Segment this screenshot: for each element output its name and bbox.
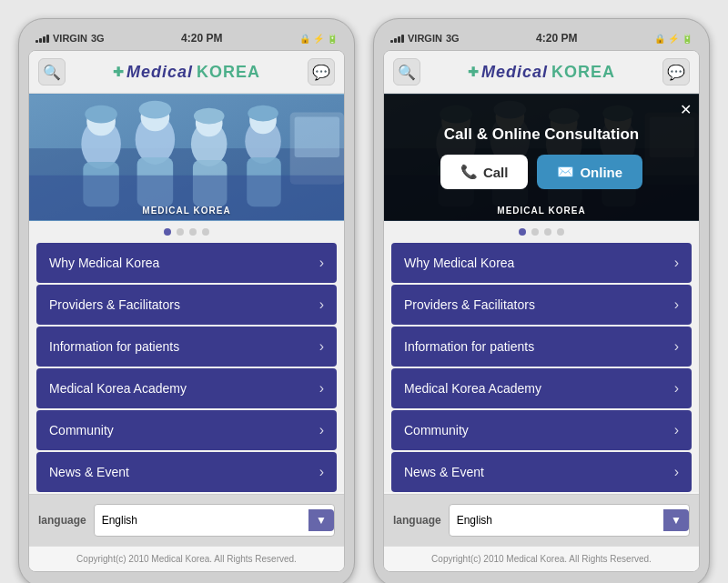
dropdown-arrow-icon: ▼ [308, 509, 334, 531]
battery-icon-right: 🔋 [682, 34, 693, 44]
status-bar-left: VIRGIN 3G 4:20 PM 🔒 ⚡ 🔋 [28, 30, 345, 50]
arrow-icon-r: › [674, 422, 679, 438]
language-bar-left: language English ▼ [29, 494, 344, 546]
hero-right: ✕ Call & Online Consultation 📞 Call ✉️ O… [384, 94, 699, 221]
chat-button-left[interactable]: 💬 [308, 58, 335, 85]
dots-right [384, 221, 699, 243]
language-label-left: language [38, 514, 86, 527]
consultation-overlay: ✕ Call & Online Consultation 📞 Call ✉️ O… [384, 94, 699, 221]
dropdown-arrow-icon-right: ▼ [663, 509, 689, 531]
phone-icon: 📞 [460, 164, 478, 180]
logo-left: ✚ Medical KOREA [113, 63, 260, 82]
search-button-right[interactable]: 🔍 [393, 58, 420, 85]
app-header-left: 🔍 ✚ Medical KOREA 💬 [29, 51, 344, 94]
dot-1[interactable] [164, 228, 171, 236]
phone-left: VIRGIN 3G 4:20 PM 🔒 ⚡ 🔋 🔍 ✚ Medical KORE… [18, 18, 355, 583]
svg-point-13 [194, 108, 225, 125]
menu-item-information[interactable]: Information for patients › [36, 327, 337, 367]
menu-right: Why Medical Korea › Providers & Facilita… [384, 243, 699, 492]
logo-right: ✚ Medical KOREA [468, 63, 615, 82]
network-label: 3G [91, 33, 105, 44]
copyright-left: Copyright(c) 2010 Medical Korea. All Rig… [29, 546, 344, 571]
menu-item-why-r[interactable]: Why Medical Korea › [391, 243, 692, 283]
screen-left: 🔍 ✚ Medical KOREA 💬 [28, 50, 345, 572]
dot-2[interactable] [177, 228, 184, 236]
hero-left: MEDICAL KOREA [29, 94, 344, 221]
menu-item-providers-r[interactable]: Providers & Facilitators › [391, 285, 692, 325]
svg-point-9 [139, 101, 172, 119]
menu-item-information-r[interactable]: Information for patients › [391, 327, 692, 367]
carrier-label: VIRGIN [53, 33, 87, 44]
search-button-left[interactable]: 🔍 [38, 58, 66, 85]
hero-label-right: MEDICAL KOREA [497, 206, 585, 216]
network-label-right: 3G [446, 33, 460, 44]
arrow-icon-r: › [674, 255, 679, 271]
menu-item-academy[interactable]: Medical Korea Academy › [36, 368, 337, 408]
menu-item-community-r[interactable]: Community › [391, 410, 692, 450]
dots-left [29, 221, 344, 243]
signal-bars-right [390, 34, 404, 43]
dot-r1[interactable] [519, 228, 526, 236]
screen-right: 🔍 ✚ Medical KOREA 💬 [383, 50, 700, 572]
menu-left: Why Medical Korea › Providers & Facilita… [29, 243, 344, 492]
language-bar-right: language English ▼ [384, 494, 699, 546]
online-icon: ✉️ [557, 164, 574, 180]
online-button[interactable]: ✉️ Online [537, 155, 642, 189]
overlay-title: Call & Online Consultation [444, 126, 639, 144]
menu-item-community[interactable]: Community › [36, 410, 337, 450]
menu-item-news[interactable]: News & Event › [36, 452, 337, 492]
menu-item-academy-r[interactable]: Medical Korea Academy › [391, 368, 692, 408]
app-header-right: 🔍 ✚ Medical KOREA 💬 [384, 51, 699, 94]
status-bar-right: VIRGIN 3G 4:20 PM 🔒 ⚡ 🔋 [383, 30, 700, 50]
battery-icon: 🔋 [327, 34, 338, 44]
dot-4[interactable] [202, 228, 209, 236]
arrow-icon: › [319, 297, 324, 313]
phone-wrapper: VIRGIN 3G 4:20 PM 🔒 ⚡ 🔋 🔍 ✚ Medical KORE… [18, 18, 710, 583]
arrow-icon-r: › [674, 380, 679, 397]
signal-bars [35, 34, 49, 43]
hero-label-left: MEDICAL KOREA [142, 206, 230, 216]
carrier-label-right: VIRGIN [408, 33, 442, 44]
arrow-icon: › [319, 380, 324, 397]
arrow-icon-r: › [674, 338, 679, 355]
language-select-left[interactable]: English ▼ [94, 504, 335, 537]
arrow-icon-r: › [674, 464, 679, 480]
dismiss-icon[interactable]: ✕ [680, 101, 692, 118]
svg-point-17 [248, 106, 278, 122]
lock-icon: 🔒 [299, 34, 310, 44]
language-select-right[interactable]: English ▼ [449, 504, 690, 537]
menu-item-providers[interactable]: Providers & Facilitators › [36, 285, 337, 325]
time-label: 4:20 PM [181, 32, 222, 45]
location-icon: ⚡ [313, 34, 324, 44]
svg-rect-19 [295, 117, 339, 157]
arrow-icon-r: › [674, 297, 679, 313]
dot-3[interactable] [189, 228, 197, 236]
overlay-buttons: 📞 Call ✉️ Online [440, 155, 642, 189]
language-label-right: language [393, 514, 441, 527]
lock-icon-right: 🔒 [654, 34, 665, 44]
menu-item-why[interactable]: Why Medical Korea › [36, 243, 337, 283]
svg-point-5 [85, 106, 117, 124]
copyright-right: Copyright(c) 2010 Medical Korea. All Rig… [384, 546, 699, 571]
chat-button-right[interactable]: 💬 [662, 58, 690, 85]
call-button[interactable]: 📞 Call [440, 155, 529, 189]
arrow-icon: › [319, 464, 324, 480]
dot-r2[interactable] [531, 228, 539, 236]
arrow-icon: › [319, 422, 324, 438]
dot-r4[interactable] [557, 228, 564, 236]
time-label-right: 4:20 PM [536, 32, 577, 45]
location-icon-right: ⚡ [668, 34, 679, 44]
dot-r3[interactable] [544, 228, 551, 236]
menu-item-news-r[interactable]: News & Event › [391, 452, 692, 492]
arrow-icon: › [319, 338, 324, 355]
arrow-icon: › [319, 255, 324, 271]
hero-image-left [29, 94, 344, 221]
phone-right: VIRGIN 3G 4:20 PM 🔒 ⚡ 🔋 🔍 ✚ Medical KORE… [373, 18, 710, 583]
